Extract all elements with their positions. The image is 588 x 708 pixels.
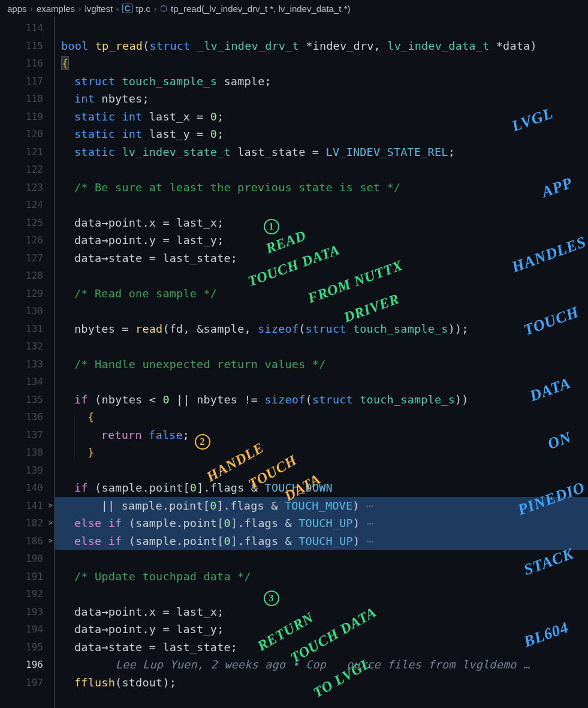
- line-number[interactable]: 130: [0, 302, 54, 320]
- code-line[interactable]: data→point.x = last_x;: [55, 214, 588, 232]
- code-line[interactable]: {: [55, 55, 588, 73]
- line-number[interactable]: 136: [0, 408, 54, 426]
- line-number[interactable]: 128: [0, 267, 54, 285]
- chevron-right-icon: ›: [116, 4, 119, 13]
- line-number[interactable]: 115: [0, 37, 54, 55]
- line-number[interactable]: 127: [0, 249, 54, 267]
- line-number[interactable]: 117: [0, 73, 54, 91]
- code-line[interactable]: static int last_x = 0;: [55, 108, 588, 126]
- code-line[interactable]: || sample.point[0].flags & TOUCH_MOVE) ⋯: [55, 497, 588, 515]
- line-number[interactable]: 197: [0, 674, 54, 692]
- code-line[interactable]: /* Read one sample */: [55, 285, 588, 303]
- line-number[interactable]: 123: [0, 179, 54, 197]
- line-number[interactable]: 118: [0, 90, 54, 108]
- code-line[interactable]: /* Handle unexpected return values */: [55, 355, 588, 373]
- line-number[interactable]: 125: [0, 214, 54, 232]
- code-line[interactable]: else if (sample.point[0].flags & TOUCH_U…: [55, 514, 588, 532]
- line-number[interactable]: 140: [0, 479, 54, 497]
- line-number[interactable]: 194: [0, 620, 54, 638]
- code-line[interactable]: static int last_y = 0;: [55, 125, 588, 143]
- line-number[interactable]: 195: [0, 638, 54, 656]
- line-number[interactable]: 119: [0, 108, 54, 126]
- code-line[interactable]: [55, 550, 588, 568]
- line-number[interactable]: 135: [0, 391, 54, 409]
- code-line[interactable]: data→point.x = last_x;: [55, 603, 588, 621]
- code-area[interactable]: bool tp_read(struct _lv_indev_drv_t *ind…: [54, 17, 588, 708]
- line-number[interactable]: 126: [0, 231, 54, 249]
- fold-chevron-icon[interactable]: >: [49, 532, 53, 550]
- code-line[interactable]: [55, 19, 588, 37]
- breadcrumb-file[interactable]: tp.c: [136, 4, 150, 14]
- line-number[interactable]: 120: [0, 125, 54, 143]
- line-number[interactable]: 132: [0, 338, 54, 355]
- line-number[interactable]: 122: [0, 161, 54, 179]
- breadcrumb-seg[interactable]: examples: [37, 4, 75, 14]
- line-number[interactable]: 121: [0, 143, 54, 161]
- chevron-right-icon: ›: [31, 4, 33, 13]
- line-number[interactable]: 139: [0, 462, 54, 480]
- line-number[interactable]: 193: [0, 603, 54, 621]
- code-line[interactable]: [55, 373, 588, 391]
- fold-chevron-icon[interactable]: >: [49, 497, 53, 515]
- line-number[interactable]: 196: [0, 656, 54, 674]
- line-number[interactable]: 137: [0, 426, 54, 444]
- chevron-right-icon: ›: [154, 4, 156, 13]
- code-line[interactable]: data→state = last_state;: [55, 249, 588, 267]
- line-number[interactable]: 190: [0, 550, 54, 568]
- code-line[interactable]: data→state = last_state;: [55, 638, 588, 656]
- line-number-gutter[interactable]: 1141151161171181191201211221231241251261…: [0, 17, 54, 708]
- code-line[interactable]: [55, 267, 588, 285]
- code-line[interactable]: bool tp_read(struct _lv_indev_drv_t *ind…: [55, 37, 588, 55]
- line-number[interactable]: 114: [0, 19, 54, 37]
- code-line[interactable]: {: [55, 408, 588, 426]
- code-line[interactable]: Lee Lup Yuen, 2 weeks ago • Cop ource fi…: [55, 656, 588, 674]
- code-line[interactable]: [55, 161, 588, 179]
- code-line[interactable]: nbytes = read(fd, &sample, sizeof(struct…: [55, 320, 588, 338]
- chevron-right-icon: ›: [79, 4, 81, 13]
- c-file-icon: C: [122, 4, 132, 13]
- breadcrumb[interactable]: apps › examples › lvgltest › C tp.c › ⬡ …: [0, 0, 588, 17]
- breadcrumb-symbol[interactable]: tp_read(_lv_indev_drv_t *, lv_indev_data…: [171, 4, 350, 14]
- code-line[interactable]: /* Be sure at least the previous state i…: [55, 179, 588, 197]
- code-line[interactable]: data→point.y = last_y;: [55, 231, 588, 249]
- line-number[interactable]: 191: [0, 568, 54, 586]
- line-number[interactable]: 192: [0, 585, 54, 603]
- code-line[interactable]: [55, 338, 588, 355]
- line-number[interactable]: 141>: [0, 497, 54, 515]
- line-number[interactable]: 134: [0, 373, 54, 391]
- code-line[interactable]: else if (sample.point[0].flags & TOUCH_U…: [55, 532, 588, 550]
- code-line[interactable]: [55, 585, 588, 603]
- code-line[interactable]: struct touch_sample_s sample;: [55, 73, 588, 91]
- breadcrumb-seg[interactable]: lvgltest: [85, 4, 113, 14]
- fold-chevron-icon[interactable]: >: [49, 514, 53, 532]
- code-line[interactable]: fflush(stdout);: [55, 674, 588, 692]
- code-line[interactable]: static lv_indev_state_t last_state = LV_…: [55, 143, 588, 161]
- line-number[interactable]: 138: [0, 444, 54, 462]
- code-line[interactable]: [55, 196, 588, 214]
- line-number[interactable]: 186>: [0, 532, 54, 550]
- line-number[interactable]: 133: [0, 355, 54, 373]
- code-line[interactable]: /* Update touchpad data */: [55, 568, 588, 586]
- line-number[interactable]: 124: [0, 196, 54, 214]
- line-number[interactable]: 131: [0, 320, 54, 338]
- editor[interactable]: 1141151161171181191201211221231241251261…: [0, 17, 588, 708]
- code-line[interactable]: [55, 302, 588, 320]
- code-line[interactable]: int nbytes;: [55, 90, 588, 108]
- line-number[interactable]: 182>: [0, 514, 54, 532]
- code-line[interactable]: return false;: [55, 426, 588, 444]
- code-line[interactable]: [55, 462, 588, 480]
- breadcrumb-seg[interactable]: apps: [7, 4, 27, 14]
- line-number[interactable]: 129: [0, 285, 54, 303]
- code-line[interactable]: if (sample.point[0].flags & TOUCH_DOWN: [55, 479, 588, 497]
- code-line[interactable]: if (nbytes < 0 || nbytes != sizeof(struc…: [55, 391, 588, 409]
- code-line[interactable]: }: [55, 444, 588, 462]
- symbol-method-icon: ⬡: [160, 4, 167, 13]
- code-line[interactable]: data→point.y = last_y;: [55, 620, 588, 638]
- line-number[interactable]: 116: [0, 55, 54, 73]
